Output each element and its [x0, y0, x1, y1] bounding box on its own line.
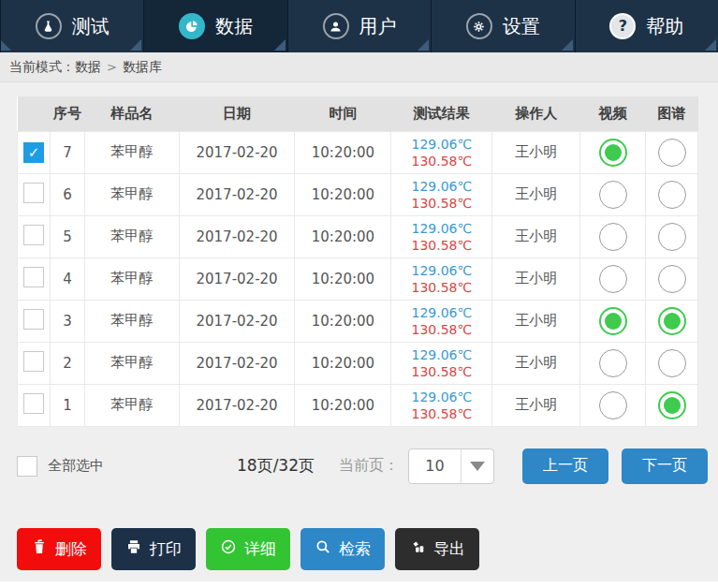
operator-cell: 王小明 [492, 131, 580, 173]
header-time: 时间 [295, 96, 391, 131]
action-bar: 删除 打印 详细 检索 导出 [17, 528, 718, 570]
delete-button[interactable]: 删除 [17, 528, 101, 570]
table-row[interactable]: ✓ 3 苯甲醇 2017-02-20 10:20:00 129.06℃ 130.… [18, 300, 698, 342]
spectrum-radio[interactable] [658, 139, 686, 167]
export-button[interactable]: 导出 [395, 528, 479, 570]
result-end: 130.58℃ [391, 195, 491, 212]
operator-cell: 王小明 [492, 257, 580, 300]
breadcrumb-current[interactable]: 数据库 [123, 59, 162, 76]
result-end: 130.58℃ [391, 405, 491, 422]
detail-button[interactable]: 详细 [206, 528, 290, 570]
video-radio[interactable] [599, 139, 627, 167]
table-row[interactable]: ✓ 2 苯甲醇 2017-02-20 10:20:00 129.06℃ 130.… [18, 342, 698, 384]
video-radio[interactable] [599, 223, 627, 251]
spectrum-radio[interactable] [658, 307, 686, 335]
result-onset: 129.06℃ [391, 389, 491, 405]
result-onset: 129.06℃ [391, 178, 491, 195]
corner-triangle [130, 39, 141, 51]
row-checkbox[interactable]: ✓ [23, 142, 44, 163]
result-cell: 129.06℃ 130.58℃ [391, 342, 492, 384]
action-label: 删除 [55, 538, 87, 560]
tab-help[interactable]: ? 帮助 [575, 0, 718, 52]
time-cell: 10:20:00 [295, 257, 391, 300]
row-checkbox[interactable]: ✓ [23, 351, 44, 372]
row-checkbox[interactable]: ✓ [23, 393, 44, 414]
result-onset: 129.06℃ [391, 136, 491, 153]
chevron-down-icon[interactable] [462, 449, 493, 483]
bottom-strip [0, 581, 718, 588]
table-row[interactable]: ✓ 5 苯甲醇 2017-02-20 10:20:00 129.06℃ 130.… [18, 215, 698, 257]
printer-icon [125, 538, 142, 559]
row-checkbox[interactable]: ✓ [23, 309, 44, 330]
result-cell: 129.06℃ 130.58℃ [391, 215, 492, 257]
header-spectrum: 图谱 [646, 96, 698, 131]
time-cell: 10:20:00 [295, 173, 391, 215]
table-row[interactable]: ✓ 6 苯甲醇 2017-02-20 10:20:00 129.06℃ 130.… [18, 173, 698, 215]
table-row[interactable]: ✓ 4 苯甲醇 2017-02-20 10:20:00 129.06℃ 130.… [18, 257, 698, 300]
result-cell: 129.06℃ 130.58℃ [391, 173, 492, 215]
corner-triangle [705, 39, 716, 51]
seq-cell: 3 [50, 300, 84, 342]
print-button[interactable]: 打印 [111, 528, 196, 570]
spectrum-radio[interactable] [658, 223, 686, 251]
video-radio[interactable] [599, 307, 627, 335]
result-end: 130.58℃ [391, 321, 491, 338]
action-label: 检索 [339, 538, 371, 560]
row-checkbox[interactable]: ✓ [23, 267, 44, 287]
table-row[interactable]: ✓ 1 苯甲醇 2017-02-20 10:20:00 129.06℃ 130.… [18, 384, 698, 426]
result-onset: 129.06℃ [391, 220, 491, 237]
operator-cell: 王小明 [492, 300, 580, 342]
operator-cell: 王小明 [492, 173, 580, 215]
video-radio[interactable] [599, 181, 627, 209]
select-all-checkbox[interactable]: ✓ [17, 456, 37, 477]
page-size-value: 10 [409, 449, 461, 483]
result-cell: 129.06℃ 130.58℃ [391, 131, 492, 173]
tab-test[interactable]: 测试 [0, 0, 143, 52]
header-checkbox-col [18, 96, 51, 131]
spectrum-radio[interactable] [658, 181, 686, 209]
sample-cell: 苯甲醇 [84, 384, 179, 426]
result-end: 130.58℃ [391, 153, 491, 169]
check-circle-icon [220, 538, 237, 559]
date-cell: 2017-02-20 [179, 257, 295, 300]
row-checkbox[interactable]: ✓ [23, 183, 44, 203]
spectrum-radio[interactable] [658, 391, 686, 419]
action-label: 打印 [150, 538, 182, 560]
header-seq: 序号 [50, 96, 84, 131]
breadcrumb-root[interactable]: 数据 [75, 59, 101, 76]
tab-label: 测试 [72, 14, 110, 39]
page-size-select[interactable]: 10 [408, 448, 494, 484]
video-radio[interactable] [599, 265, 627, 293]
seq-cell: 6 [50, 173, 84, 215]
header-result: 测试结果 [391, 96, 492, 131]
corner-triangle [418, 39, 429, 51]
video-radio[interactable] [599, 349, 627, 377]
prev-page-button[interactable]: 上一页 [522, 448, 608, 484]
result-end: 130.58℃ [391, 237, 491, 254]
help-icon: ? [609, 13, 636, 39]
video-radio[interactable] [599, 391, 627, 419]
row-checkbox[interactable]: ✓ [23, 225, 44, 245]
sample-cell: 苯甲醇 [84, 215, 179, 257]
spectrum-radio[interactable] [658, 349, 686, 377]
tab-label: 设置 [503, 14, 540, 39]
breadcrumb: 当前模式：数据 > 数据库 [0, 52, 718, 82]
time-cell: 10:20:00 [295, 384, 391, 426]
tab-label: 用户 [359, 14, 397, 39]
sample-cell: 苯甲醇 [84, 131, 179, 173]
gear-icon [466, 13, 492, 39]
result-cell: 129.06℃ 130.58℃ [391, 300, 492, 342]
next-page-button[interactable]: 下一页 [622, 448, 708, 484]
tab-settings[interactable]: 设置 [431, 0, 574, 52]
top-nav: 测试 数据 用户 设置 [0, 0, 718, 52]
search-button[interactable]: 检索 [300, 528, 385, 570]
table-row[interactable]: ✓ 7 苯甲醇 2017-02-20 10:20:00 129.06℃ 130.… [18, 131, 698, 173]
operator-cell: 王小明 [492, 384, 580, 426]
tab-data[interactable]: 数据 [143, 0, 286, 52]
pie-chart-icon [179, 13, 205, 39]
result-onset: 129.06℃ [391, 262, 491, 279]
spectrum-radio[interactable] [658, 265, 686, 293]
breadcrumb-prefix: 当前模式： [9, 59, 75, 76]
tab-user[interactable]: 用户 [287, 0, 431, 52]
time-cell: 10:20:00 [295, 300, 391, 342]
